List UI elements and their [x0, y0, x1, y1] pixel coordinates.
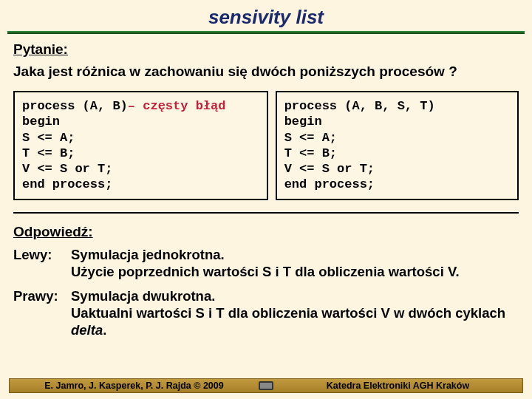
answer-right-value: Symulacja dwukrotna. Uaktualni wartości … — [71, 287, 519, 338]
answer-left-key: Lewy: — [13, 246, 71, 280]
code-l3: S <= A; — [22, 131, 75, 145]
svg-rect-1 — [260, 383, 272, 389]
slide-title: sensivity list — [0, 6, 532, 29]
answer-right-l2: Uaktualni wartości S i T dla obliczenia … — [71, 305, 505, 321]
code-l4: T <= B; — [22, 146, 75, 160]
footer-right: Katedra Elektroniki AGH Kraków — [278, 381, 518, 391]
answer-label: Odpowiedź: — [13, 224, 519, 240]
answer-left-l2: Użycie poprzednich wartości S i T dla ob… — [71, 264, 460, 279]
answer-right-l1: Symulacja dwukrotna. — [71, 288, 215, 304]
answer-right-delta: delta — [71, 322, 103, 338]
code-l2: begin — [22, 115, 60, 129]
code-r5: V <= S or T; — [284, 162, 375, 176]
content-area: Pytanie: Jaka jest różnica w zachowaniu … — [0, 41, 532, 338]
answer-left-value: Symulacja jednokrotna. Użycie poprzednic… — [71, 246, 519, 280]
code-l5: V <= S or T; — [22, 162, 112, 176]
footer-left: E. Jamro, J. Kasperek, P. J. Rajda © 200… — [14, 381, 254, 391]
answer-right-dot: . — [103, 322, 106, 338]
answer-left-l1: Symulacja jednokrotna. — [71, 247, 225, 262]
answer-right-key: Prawy: — [13, 287, 71, 338]
footer-logo-icon — [257, 379, 275, 392]
title-underline — [7, 31, 525, 34]
code-r1: process (A, B, S, T) — [284, 99, 435, 113]
code-r3: S <= A; — [284, 131, 337, 145]
footer: E. Jamro, J. Kasperek, P. J. Rajda © 200… — [9, 378, 523, 393]
code-box-right: process (A, B, S, T) begin S <= A; T <= … — [276, 91, 519, 200]
code-l6: end process; — [22, 177, 112, 191]
code-r4: T <= B; — [284, 146, 337, 160]
code-box-left: process (A, B)– częsty błąd begin S <= A… — [13, 91, 268, 200]
code-l1a: process (A, B) — [22, 99, 128, 113]
answer-right-row: Prawy: Symulacja dwukrotna. Uaktualni wa… — [13, 287, 519, 338]
code-r2: begin — [284, 115, 322, 129]
code-l1-error: – częsty błąd — [128, 99, 226, 113]
code-row: process (A, B)– częsty błąd begin S <= A… — [13, 91, 519, 200]
question-label: Pytanie: — [13, 41, 519, 58]
code-r6: end process; — [284, 177, 375, 191]
divider — [13, 212, 519, 214]
answer-block: Lewy: Symulacja jednokrotna. Użycie popr… — [13, 246, 519, 339]
answer-left-row: Lewy: Symulacja jednokrotna. Użycie popr… — [13, 246, 519, 280]
question-text: Jaka jest różnica w zachowaniu się dwóch… — [13, 64, 519, 80]
